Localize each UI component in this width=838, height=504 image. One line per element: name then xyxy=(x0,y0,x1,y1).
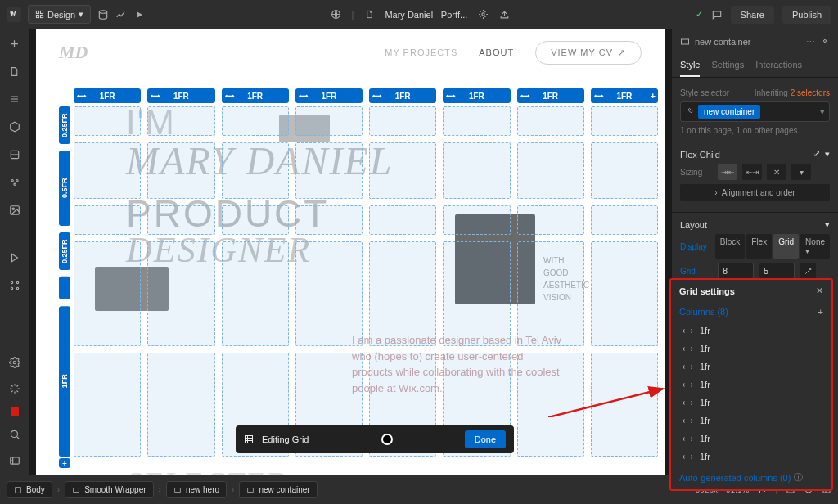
display-label: Display xyxy=(680,242,710,251)
breadcrumb-hero[interactable]: new hero xyxy=(166,481,227,498)
col-label[interactable]: 1FR xyxy=(147,88,214,103)
breadcrumb-body[interactable]: Body xyxy=(7,481,52,498)
svg-point-8 xyxy=(11,180,12,182)
publish-button[interactable]: Publish xyxy=(782,6,831,24)
ecommerce-icon[interactable] xyxy=(7,278,22,293)
breadcrumb-wrapper[interactable]: Smooth Wrapper xyxy=(65,481,153,498)
row-label[interactable]: 0.25FR xyxy=(59,106,70,144)
pages-icon[interactable] xyxy=(7,64,22,79)
sizing-more[interactable]: ▾ xyxy=(791,164,811,180)
topbar-right: ✓ Share Publish xyxy=(696,6,831,24)
layout-title: Layout xyxy=(680,220,707,230)
styles-icon[interactable] xyxy=(7,175,22,190)
column-item[interactable]: 1fr xyxy=(671,412,831,430)
row-label[interactable]: 0.5FR xyxy=(59,151,70,226)
analytics-icon[interactable] xyxy=(115,9,127,20)
selector-tag[interactable]: new container xyxy=(698,105,760,119)
comments-icon[interactable] xyxy=(711,9,723,20)
export-icon[interactable] xyxy=(498,9,510,20)
grid-icon xyxy=(244,434,254,444)
column-item[interactable]: 1fr xyxy=(671,358,831,376)
gear-icon[interactable] xyxy=(477,9,489,20)
sizing-none[interactable]: ✕ xyxy=(767,164,786,180)
info-icon[interactable]: ⓘ xyxy=(794,471,803,484)
mode-design-button[interactable]: Design ▾ xyxy=(28,5,91,24)
share-button[interactable]: Share xyxy=(731,6,774,24)
row-label[interactable]: 0.25FR xyxy=(59,232,70,270)
row-label[interactable] xyxy=(59,277,70,299)
column-item[interactable]: 1fr xyxy=(671,394,831,412)
grid-editor-overlay[interactable]: 1FR 1FR 1FR 1FR 1FR 1FR 1FR 1FR 0.25FR 0… xyxy=(59,88,658,468)
display-flex[interactable]: Flex xyxy=(746,234,772,259)
help-icon[interactable] xyxy=(7,453,22,468)
view-cv-button[interactable]: VIEW MY CV ↗ xyxy=(535,41,642,65)
site-logo: MD xyxy=(59,42,88,63)
selector-input[interactable]: new container ▾ xyxy=(680,101,830,122)
row-label[interactable]: 1FR xyxy=(59,306,70,457)
svg-rect-27 xyxy=(248,488,254,492)
editing-label: Editing Grid xyxy=(262,434,309,444)
tab-settings[interactable]: Settings xyxy=(711,54,744,77)
done-button[interactable]: Done xyxy=(465,430,506,448)
display-block[interactable]: Block xyxy=(715,234,745,259)
grid-cols-input[interactable] xyxy=(718,263,754,279)
tab-interactions[interactable]: Interactions xyxy=(755,54,802,77)
cms-icon[interactable] xyxy=(97,9,109,20)
mode-label: Design xyxy=(47,10,75,20)
add-column-icon[interactable]: + xyxy=(818,307,823,317)
col-label[interactable]: 1FR xyxy=(74,88,141,103)
record-icon[interactable] xyxy=(11,407,19,416)
search-icon[interactable] xyxy=(7,427,22,442)
nav-about[interactable]: ABOUT xyxy=(479,47,514,57)
webflow-logo-icon[interactable] xyxy=(7,7,21,22)
expand-icon[interactable]: ⤢ xyxy=(813,149,820,160)
chevron-down-icon[interactable]: ▾ xyxy=(820,106,825,117)
canvas[interactable]: MD MY PROJECTS ABOUT VIEW MY CV ↗ I'M MA… xyxy=(29,29,671,475)
chevron-down-icon[interactable]: ▾ xyxy=(825,149,830,160)
grid-rows-input[interactable] xyxy=(759,263,795,279)
add-row-button[interactable]: + xyxy=(59,458,70,468)
settings-icon[interactable] xyxy=(820,36,830,47)
column-item[interactable]: 1fr xyxy=(671,448,831,466)
grid-cells xyxy=(74,106,658,457)
display-grid[interactable]: Grid xyxy=(773,234,799,259)
column-item[interactable]: 1fr xyxy=(671,322,831,340)
cms-panel-icon[interactable] xyxy=(7,250,22,265)
alignment-button[interactable]: › Alignment and order xyxy=(680,184,830,201)
svg-rect-25 xyxy=(74,488,79,492)
apps-icon[interactable] xyxy=(7,355,22,370)
svg-point-4 xyxy=(100,10,107,13)
sizing-grow[interactable]: ⇤⇥ xyxy=(742,164,762,180)
more-icon[interactable]: ⋯ xyxy=(806,37,815,47)
column-item[interactable]: 1fr xyxy=(671,430,831,448)
column-item[interactable]: 1fr xyxy=(671,376,831,394)
col-label[interactable]: 1FR xyxy=(295,88,363,103)
navigator-icon[interactable] xyxy=(7,92,22,106)
assets-icon[interactable] xyxy=(7,203,22,218)
preview-icon[interactable] xyxy=(133,9,145,20)
col-label[interactable]: 1FR xyxy=(369,88,436,103)
col-label[interactable]: 1FR xyxy=(443,88,510,103)
row-labels: 0.25FR 0.5FR 0.25FR 1FR xyxy=(59,106,70,457)
svg-point-13 xyxy=(11,281,12,283)
display-none[interactable]: None ▾ xyxy=(800,234,830,259)
sizing-shrink[interactable]: ⇥⇤ xyxy=(718,164,737,180)
chevron-down-icon[interactable]: ▾ xyxy=(825,219,830,230)
components-icon[interactable] xyxy=(7,119,22,134)
variables-icon[interactable] xyxy=(7,147,22,162)
col-label-add[interactable]: 1FR xyxy=(591,88,658,103)
nav-projects[interactable]: MY PROJECTS xyxy=(385,47,457,57)
col-label[interactable]: 1FR xyxy=(517,88,584,103)
breadcrumb-container[interactable]: new container xyxy=(239,481,317,498)
grid-wand-icon[interactable] xyxy=(800,263,816,279)
auto-columns-label: Auto-generated columns (0) xyxy=(679,473,791,483)
col-label[interactable]: 1FR xyxy=(222,88,289,103)
tab-style[interactable]: Style xyxy=(680,54,700,77)
close-icon[interactable]: ✕ xyxy=(816,286,823,296)
column-item[interactable]: 1fr xyxy=(671,340,831,358)
add-element-icon[interactable] xyxy=(7,36,22,51)
canvas-inner: MD MY PROJECTS ABOUT VIEW MY CV ↗ I'M MA… xyxy=(36,29,665,475)
globe-icon[interactable] xyxy=(331,9,342,20)
audit-icon[interactable] xyxy=(7,381,22,396)
sizing-label: Sizing xyxy=(680,168,713,177)
